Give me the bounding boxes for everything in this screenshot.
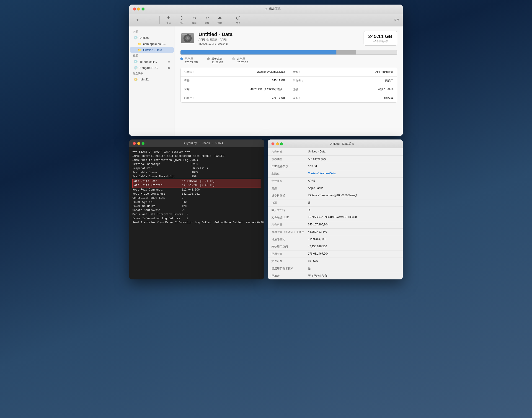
detail-header: Untitled - Data APFS 数据宗卷 · APFS macOS 1…	[180, 31, 397, 46]
info-panel-label-8: 区分大小写	[271, 208, 308, 212]
storage-legend: 已使用 176.77 GB 其他宗卷 21.28 GB	[180, 57, 397, 64]
terminal-line-7: Available Spare: 100%	[132, 171, 261, 174]
terminal-window: miyanzqy — -bash — 80×24 === START OF SM…	[129, 139, 264, 279]
info-close-button[interactable]	[271, 142, 274, 145]
restore-button[interactable]: ↩ 恢复	[202, 15, 211, 25]
legend-free: 未使用 47.07 GB	[232, 57, 248, 64]
legend-used: 已使用 176.77 GB	[180, 57, 198, 64]
disk-icon-seagate: 💿	[134, 66, 138, 70]
info-half-left-2: 容量： 245.11 GB	[181, 77, 289, 85]
terminal-maximize-button[interactable]	[141, 142, 145, 145]
restore-icon: ↩	[204, 15, 210, 21]
folder-icon-1: 📁	[138, 42, 141, 46]
remove-icon: −	[147, 17, 153, 23]
info-minimize-button[interactable]	[276, 142, 279, 145]
info-half-left-1: 装载点： /System/Volumes/Data	[181, 68, 289, 76]
info-panel-value-5: Apple Fabric	[308, 186, 399, 190]
terminal-body[interactable]: === START OF SMART DATA SECTION === SMAR…	[129, 147, 264, 225]
info-maximize-button[interactable]	[280, 142, 283, 145]
sidebar-item-untitled-data[interactable]: 📁 Untitled - Data	[130, 47, 174, 53]
separator-1	[159, 16, 160, 24]
eject-icon-tm[interactable]: ⏏	[168, 60, 170, 63]
terminal-line-host-write: Host Write Commands: 142,108,761	[132, 192, 261, 196]
storage-bar-container: 已使用 176.77 GB 其他宗卷 21.28 GB	[180, 50, 397, 64]
sidebar-item-rpfm22[interactable]: 📀 rpfm22	[130, 76, 174, 82]
info-panel-row-12: 可清除空间1,209,464,880	[268, 236, 403, 243]
info-button[interactable]: ⓘ 简介	[234, 15, 243, 25]
minimize-button[interactable]	[137, 8, 140, 11]
erase-label: 抹掉	[192, 22, 197, 25]
info-panel-row-2: BSD设备节点disk3s1	[268, 163, 403, 170]
unmount-label: 卸载	[218, 22, 222, 25]
terminal-line-host-read: Host Read Commands: 112,041,000	[132, 188, 261, 192]
info-panel-value-4: APFS	[308, 179, 399, 183]
sidebar-item-untitled[interactable]: 💿 Untitled	[130, 35, 174, 41]
info-label-device: 设备：	[289, 94, 316, 102]
info-value-device: disk3s1	[316, 94, 397, 102]
info-label-owner: 所有者：	[289, 77, 316, 85]
add-volume-button[interactable]: +	[133, 17, 142, 23]
info-panel-row-14: 已用空间176,681,467,904	[268, 250, 403, 258]
terminal-line-read: Data Units Read: 17,610,030 [9.01 TB]	[133, 179, 261, 183]
info-table: 装载点： /System/Volumes/Data 类型： APFS数据宗卷 容…	[180, 68, 397, 103]
terminal-line-2: SMART overall-health self-assessment tes…	[132, 154, 261, 158]
info-label: 简介	[236, 22, 241, 25]
disk-icon-rpfm: 📀	[134, 78, 138, 81]
sidebar-item-rpfm22-label: rpfm22	[139, 78, 149, 81]
terminal-minimize-button[interactable]	[137, 142, 140, 145]
info-panel-value-7: 是	[308, 201, 399, 205]
first-aid-button[interactable]: ✚ 急救	[164, 15, 173, 25]
info-panel-row-11: 可用空间（可清除＋未使用）48,359,483,440	[268, 229, 403, 236]
disk-detail-icon	[180, 31, 195, 46]
info-panel-row-0: 宗卷名称Untitled - Data	[268, 148, 403, 156]
partition-button[interactable]: ⬡ 分区	[177, 15, 186, 25]
legend-other-info: 其他宗卷 21.28 GB	[211, 57, 223, 64]
info-panel-label-5: 连接	[271, 186, 308, 190]
info-panel-row-13: 未使用用空间47,150,018,560	[268, 243, 403, 250]
info-row-2: 容量： 245.11 GB 所有者： 已启用	[181, 77, 397, 85]
info-value-owner: 已启用	[316, 77, 397, 85]
info-panel-value-12: 1,209,464,880	[308, 237, 399, 241]
detail-panel: Untitled - Data APFS 数据宗卷 · APFS macOS 1…	[175, 26, 403, 136]
unmount-button[interactable]: ⏏ 卸载	[215, 15, 224, 25]
info-panel-label-17: 已加密	[271, 274, 308, 278]
sidebar-section-builtin: 内置	[129, 29, 174, 35]
info-panel-label-10: 宗卷容量	[271, 223, 308, 227]
legend-dot-free	[232, 58, 235, 60]
info-value-capacity: 245.11 GB	[208, 77, 289, 85]
sidebar-item-timemachine[interactable]: 💿 TimeMachine ⏏	[130, 58, 174, 65]
info-value-type: APFS数据宗卷	[316, 68, 397, 76]
window-title: 磁盘工具	[269, 7, 281, 11]
info-half-right-2: 所有者： 已启用	[289, 77, 397, 85]
info-panel-row-7: 可写是	[268, 199, 403, 207]
sidebar-section-diskimage: 磁盘映像	[129, 71, 174, 76]
info-panel-row-1: 宗卷类型APFS数据宗卷	[268, 156, 403, 163]
legend-dot-used	[180, 58, 183, 60]
storage-used-segment	[181, 50, 336, 55]
restore-label: 恢复	[205, 22, 209, 25]
info-panel-label-6: 设备树路径	[271, 194, 308, 197]
remove-volume-button[interactable]: −	[146, 17, 155, 23]
info-panel-value-2: disk3s1	[308, 164, 399, 168]
erase-button[interactable]: ⟲ 抹掉	[190, 15, 199, 25]
info-label-mountpoint: 装载点：	[181, 68, 208, 76]
eject-icon-seagate[interactable]: ⏏	[168, 66, 170, 69]
maximize-button[interactable]	[141, 8, 145, 11]
info-panel-title: Untitled - Data简介	[285, 142, 399, 146]
close-button[interactable]	[133, 8, 136, 11]
terminal-close-button[interactable]	[133, 142, 136, 145]
terminal-line-power-cycles: Power Cycles: 240	[132, 200, 261, 204]
sidebar-item-apple-os[interactable]: 📁 com.apple.os.u...	[130, 41, 174, 47]
info-half-right-1: 类型： APFS数据宗卷	[289, 68, 397, 76]
info-panel-row-9: 文件系统UUIDE9715BD2-1F9D-4BF6-ACCE-E1B36D1.…	[268, 214, 403, 221]
sidebar-item-seagate[interactable]: 💿 Seagate HUB ⏏	[130, 65, 174, 71]
separator-2	[229, 16, 229, 24]
svg-rect-5	[182, 34, 187, 35]
info-panel-value-1: APFS数据宗卷	[308, 157, 399, 161]
terminal-line-media: Media and Data Integrity Errors: 0	[132, 212, 261, 217]
sidebar-item-untitled-data-label: Untitled - Data	[143, 48, 162, 52]
info-half-left-4: 已使用： 176.77 GB	[181, 94, 289, 102]
display-label: 显示	[394, 18, 399, 22]
sidebar-item-seagate-label: Seagate HUB	[139, 66, 158, 70]
sidebar: 内置 💿 Untitled 📁 com.apple.os.u... 📁 Unti…	[129, 26, 175, 136]
